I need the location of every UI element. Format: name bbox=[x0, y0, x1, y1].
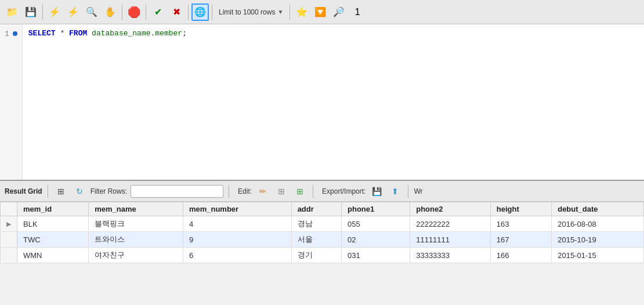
col-header-mem_id: mem_id bbox=[17, 202, 89, 216]
col-header-phone2: phone2 bbox=[410, 202, 491, 216]
line-number-row-1: 1 bbox=[5, 28, 17, 39]
cell-phone1: 02 bbox=[342, 232, 410, 248]
result-table-container: mem_id mem_name mem_number addr phone1 p… bbox=[0, 202, 644, 263]
table-row[interactable]: TWC트와이스9서울02111111111672015-10-19 bbox=[1, 232, 644, 248]
filter-rows-input[interactable] bbox=[131, 185, 223, 198]
cell-height: 163 bbox=[490, 216, 551, 232]
pan-button[interactable]: ✋ bbox=[102, 3, 119, 21]
sql-editor-area: 1 SELECT * FROM database_name.member; bbox=[0, 24, 644, 181]
toolbar-separator-3 bbox=[146, 5, 146, 20]
cell-addr: 경기 bbox=[291, 248, 341, 263]
toolbar-separator-2 bbox=[122, 5, 122, 20]
save-button[interactable]: 💾 bbox=[22, 3, 39, 21]
cell-height: 167 bbox=[490, 232, 551, 248]
execute-cursor-button[interactable]: ⚡ bbox=[64, 3, 82, 21]
result-grid-tab[interactable]: Result Grid bbox=[5, 187, 42, 195]
sql-line-1: SELECT * FROM database_name.member; bbox=[28, 28, 638, 39]
toolbar-separator-4 bbox=[188, 5, 189, 20]
filter-rows-label: Filter Rows: bbox=[91, 187, 127, 195]
globe-button[interactable]: 🌐 bbox=[191, 3, 209, 21]
cell-debut_date: 2015-10-19 bbox=[552, 232, 644, 248]
export-button[interactable]: 💾 bbox=[369, 184, 384, 199]
grid-columns-button[interactable]: ⊞ bbox=[53, 184, 68, 199]
cell-mem_name: 트와이스 bbox=[89, 232, 183, 248]
filter-arrow-button[interactable]: 🔽 bbox=[312, 3, 329, 21]
toolbar-separator-6 bbox=[290, 5, 290, 20]
sql-editor-content[interactable]: SELECT * FROM database_name.member; bbox=[23, 24, 644, 180]
edit-pencil-button[interactable]: ✏ bbox=[255, 184, 270, 199]
limit-label: Limit to 1000 rows bbox=[219, 8, 275, 16]
cell-debut_date: 2015-01-15 bbox=[552, 248, 644, 263]
table-row[interactable]: ▶BLK블랙핑크4경남055222222221632016-08-08 bbox=[1, 216, 644, 232]
row-arrow bbox=[1, 248, 17, 263]
cell-mem_id: WMN bbox=[17, 248, 89, 263]
star-button[interactable]: ⭐ bbox=[293, 3, 310, 21]
cell-mem_id: BLK bbox=[17, 216, 89, 232]
wr-label: Wr bbox=[414, 187, 422, 195]
table-row[interactable]: WMN여자친구6경기031333333331662015-01-15 bbox=[1, 248, 644, 263]
toolbar-separator-1 bbox=[42, 5, 43, 20]
cell-phone1: 055 bbox=[342, 216, 410, 232]
sym-star: * bbox=[60, 29, 64, 38]
export-label: Export/Import: bbox=[322, 187, 366, 195]
stop-button[interactable]: 🛑 bbox=[125, 3, 143, 21]
col-header-mem_name: mem_name bbox=[89, 202, 183, 216]
row-indicator-header bbox=[1, 202, 17, 216]
result-bar-sep-2 bbox=[229, 185, 229, 198]
execute-lightning-button[interactable]: ⚡ bbox=[46, 3, 63, 21]
kw-from: FROM bbox=[69, 29, 87, 38]
cell-phone2: 22222222 bbox=[410, 216, 491, 232]
digit-1-button[interactable]: 1 bbox=[349, 3, 366, 21]
result-bar-sep-1 bbox=[48, 185, 48, 198]
cell-mem_number: 6 bbox=[183, 248, 291, 263]
col-header-addr: addr bbox=[291, 202, 341, 216]
cell-mem_name: 블랙핑크 bbox=[89, 216, 183, 232]
col-header-height: height bbox=[490, 202, 551, 216]
line-numbers: 1 bbox=[0, 24, 23, 180]
line-number-1: 1 bbox=[5, 30, 9, 38]
col-header-phone1: phone1 bbox=[342, 202, 410, 216]
row-arrow: ▶ bbox=[1, 216, 17, 232]
table-header-row: mem_id mem_name mem_number addr phone1 p… bbox=[1, 202, 644, 216]
semicolon: ; bbox=[182, 29, 187, 38]
search-button[interactable]: 🔍 bbox=[83, 3, 100, 21]
edit-grid-button[interactable]: ⊞ bbox=[274, 184, 289, 199]
limit-arrow-icon: ▼ bbox=[277, 9, 283, 15]
refresh-button[interactable]: ↻ bbox=[72, 184, 87, 199]
main-toolbar: 📁 💾 ⚡ ⚡ 🔍 ✋ 🛑 ✔ ✖ 🌐 Limit to 1000 rows ▼… bbox=[0, 0, 644, 24]
cell-addr: 경남 bbox=[291, 216, 341, 232]
col-header-mem_number: mem_number bbox=[183, 202, 291, 216]
cell-debut_date: 2016-08-08 bbox=[552, 216, 644, 232]
edit-add-button[interactable]: ⊞ bbox=[292, 184, 307, 199]
cell-mem_id: TWC bbox=[17, 232, 89, 248]
line-indicator-dot bbox=[13, 31, 17, 36]
cell-mem_number: 9 bbox=[183, 232, 291, 248]
cell-phone2: 11111111 bbox=[410, 232, 491, 248]
cell-mem_number: 4 bbox=[183, 216, 291, 232]
kw-select: SELECT bbox=[28, 29, 56, 38]
import-button[interactable]: ⬆ bbox=[388, 184, 403, 199]
edit-label: Edit: bbox=[238, 187, 252, 195]
cell-phone1: 031 bbox=[342, 248, 410, 263]
result-bar: Result Grid ⊞ ↻ Filter Rows: Edit: ✏ ⊞ ⊞… bbox=[0, 181, 644, 202]
check-button[interactable]: ✔ bbox=[149, 3, 167, 21]
col-header-debut_date: debut_date bbox=[552, 202, 644, 216]
cell-height: 166 bbox=[490, 248, 551, 263]
cell-mem_name: 여자친구 bbox=[89, 248, 183, 263]
cell-addr: 서울 bbox=[291, 232, 341, 248]
result-bar-sep-4 bbox=[408, 185, 408, 198]
magnify-button[interactable]: 🔎 bbox=[330, 3, 348, 21]
result-table: mem_id mem_name mem_number addr phone1 p… bbox=[0, 202, 644, 263]
row-arrow bbox=[1, 232, 17, 248]
limit-box: Limit to 1000 rows ▼ bbox=[215, 8, 287, 16]
cell-phone2: 33333333 bbox=[410, 248, 491, 263]
db-ref: database_name.member bbox=[92, 29, 182, 38]
toolbar-separator-5 bbox=[212, 5, 212, 20]
result-bar-sep-3 bbox=[313, 185, 313, 198]
cancel-button[interactable]: ✖ bbox=[168, 3, 185, 21]
open-file-button[interactable]: 📁 bbox=[3, 3, 21, 21]
